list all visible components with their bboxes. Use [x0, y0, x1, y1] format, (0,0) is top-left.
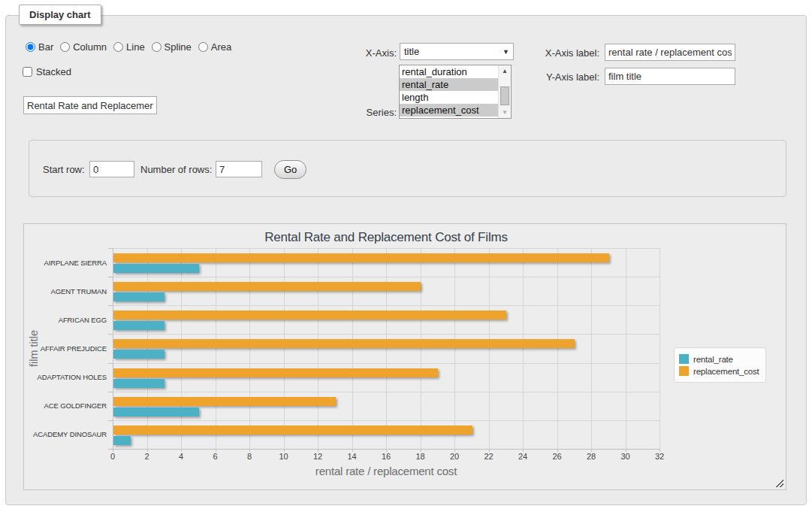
- chart-type-option-column[interactable]: Column: [60, 41, 107, 53]
- bar-rental_rate-airplane-sierra: [113, 264, 199, 273]
- x-tick-label: 8: [233, 452, 266, 461]
- display-chart-panel: BarColumnLineSplineArea Stacked X-Axis: …: [5, 15, 807, 505]
- x-tick-label: 28: [575, 452, 608, 461]
- gridline-vertical: [181, 248, 182, 449]
- chart-type-label: Bar: [38, 41, 53, 53]
- bar-rental_rate-african-egg: [113, 321, 165, 330]
- x-axis-label-label: X-Axis label:: [479, 47, 599, 59]
- display-chart-tab: Display chart: [19, 5, 101, 25]
- gridline-horizontal: [113, 334, 660, 335]
- x-axis-line: [113, 449, 660, 450]
- chart-type-label: Column: [73, 41, 107, 53]
- series-option-length[interactable]: length: [400, 91, 498, 104]
- gridline-vertical: [249, 248, 250, 449]
- bar-replacement_cost-ace-goldfinger: [113, 397, 336, 406]
- x-tick-label: 18: [404, 452, 437, 461]
- go-button[interactable]: Go: [274, 160, 306, 179]
- stacked-label: Stacked: [36, 66, 71, 77]
- gridline-vertical: [660, 248, 660, 449]
- y-axis-label-input[interactable]: [605, 68, 735, 85]
- resize-handle-icon[interactable]: [775, 479, 783, 487]
- x-tick-label: 4: [165, 452, 198, 461]
- x-tick-label: 16: [370, 452, 403, 461]
- gridline-vertical: [454, 248, 455, 449]
- bar-rental_rate-adaptation-holes: [113, 379, 165, 388]
- legend-swatch-rental_rate: [679, 354, 689, 364]
- x-tick-label: 2: [131, 452, 164, 461]
- x-tick-label: 12: [301, 452, 334, 461]
- x-axis-select-label: X-Axis:: [276, 47, 397, 59]
- series-list-label: Series:: [276, 107, 397, 118]
- bar-replacement_cost-airplane-sierra: [113, 253, 609, 262]
- x-tick-label: 14: [336, 452, 369, 461]
- bar-rental_rate-academy-dinosaur: [113, 436, 131, 445]
- bar-replacement_cost-agent-truman: [113, 282, 421, 291]
- chart-type-radio-spline[interactable]: [152, 42, 161, 52]
- gridline-vertical: [147, 248, 148, 449]
- chart-legend: rental_ratereplacement_cost: [674, 347, 766, 383]
- gridline-vertical: [557, 248, 558, 449]
- x-axis-title: rental rate / replacement cost: [113, 465, 660, 477]
- gridline-vertical: [626, 248, 626, 449]
- bar-rental_rate-ace-goldfinger: [113, 407, 199, 417]
- scroll-down-icon[interactable]: ▼: [499, 107, 511, 118]
- rows-form: Start row: Number of rows: Go: [29, 140, 786, 197]
- x-tick-label: 10: [267, 452, 300, 461]
- chart-title-input[interactable]: [23, 96, 157, 114]
- x-axis-label-input[interactable]: [605, 44, 735, 61]
- gridline-horizontal: [113, 420, 660, 421]
- chart-type-radio-column[interactable]: [60, 42, 70, 52]
- gridline-vertical: [523, 248, 524, 449]
- gridline-vertical: [352, 248, 353, 449]
- category-label: AIRPLANE SIERRA: [24, 248, 107, 277]
- chart-type-radio-area[interactable]: [198, 42, 208, 52]
- stacked-checkbox-row[interactable]: Stacked: [23, 66, 71, 77]
- number-of-rows-input[interactable]: [216, 161, 262, 177]
- gridline-vertical: [421, 248, 421, 449]
- bar-replacement_cost-affair-prejudice: [113, 339, 575, 348]
- chart-type-radio-line[interactable]: [113, 42, 123, 52]
- legend-label: replacement_cost: [693, 367, 759, 376]
- category-label: AGENT TRUMAN: [24, 277, 107, 305]
- gridline-vertical: [216, 248, 216, 449]
- gridline-horizontal: [113, 363, 660, 364]
- category-label: ACADEMY DINOSAUR: [24, 420, 107, 449]
- scrollbar-thumb[interactable]: [500, 86, 509, 105]
- chart-type-radio-bar[interactable]: [26, 42, 35, 52]
- series-option-replacement_cost[interactable]: replacement_cost: [400, 104, 498, 117]
- gridline-vertical: [284, 248, 285, 449]
- chart-type-label: Area: [211, 41, 231, 53]
- gridline-horizontal: [113, 248, 660, 249]
- category-label: AFRICAN EGG: [24, 305, 107, 334]
- chart-type-option-line[interactable]: Line: [113, 41, 145, 53]
- legend-label: rental_rate: [693, 355, 733, 364]
- x-tick-label: 32: [643, 452, 676, 461]
- start-row-input[interactable]: [89, 161, 134, 177]
- bar-rental_rate-affair-prejudice: [113, 350, 165, 359]
- chart-type-option-area[interactable]: Area: [198, 41, 231, 53]
- x-tick-label: 22: [472, 452, 506, 461]
- display-chart-tab-label: Display chart: [29, 9, 91, 20]
- bar-replacement_cost-academy-dinosaur: [113, 426, 472, 435]
- legend-item-replacement_cost[interactable]: replacement_cost: [679, 366, 759, 376]
- stacked-checkbox[interactable]: [23, 67, 32, 77]
- gridline-vertical: [318, 248, 318, 449]
- x-tick-label: 0: [96, 452, 129, 461]
- chart-type-label: Spline: [165, 41, 192, 53]
- chart-type-radios: BarColumnLineSplineArea: [26, 41, 238, 53]
- gridline-horizontal: [113, 305, 660, 306]
- legend-item-rental_rate[interactable]: rental_rate: [679, 354, 759, 364]
- gridline-horizontal: [113, 277, 660, 277]
- gridline-vertical: [386, 248, 387, 449]
- chart-type-option-bar[interactable]: Bar: [26, 41, 53, 53]
- x-tick-label: 24: [506, 452, 539, 461]
- x-tick-label: 6: [199, 452, 232, 461]
- bar-replacement_cost-african-egg: [113, 311, 506, 320]
- number-of-rows-label: Number of rows:: [140, 164, 212, 175]
- page: { "window": { "tab_label": "Display char…: [0, 0, 812, 512]
- x-tick-label: 20: [438, 452, 471, 461]
- legend-swatch-replacement_cost: [679, 366, 689, 376]
- category-label: ACE GOLDFINGER: [24, 392, 107, 420]
- y-axis-label-label: Y-Axis label:: [479, 71, 599, 83]
- chart-type-option-spline[interactable]: Spline: [152, 41, 192, 53]
